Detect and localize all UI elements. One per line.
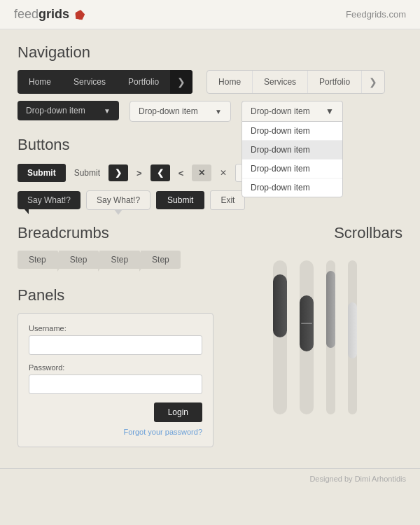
- scrollbar-4-thumb[interactable]: [348, 302, 357, 358]
- dropdown-menu-item-3[interactable]: Drop-down item: [242, 160, 342, 178]
- next-icon-plain[interactable]: >: [134, 164, 145, 183]
- buttons-title: Buttons: [18, 136, 402, 154]
- nav-light-services[interactable]: Services: [253, 71, 308, 93]
- footer-credit: Designed by Dimi Arhontidis: [309, 475, 406, 483]
- scrollbar-2-line: [301, 323, 312, 324]
- dropdown-light[interactable]: Drop-down item ▼: [130, 101, 231, 122]
- scrollbars-section: Scrollbars: [227, 224, 402, 421]
- x-icon-plain[interactable]: ✕: [217, 164, 230, 182]
- say-what-light-btn[interactable]: Say What!?: [86, 190, 150, 210]
- dropdown-dark-arrow: ▼: [104, 107, 111, 115]
- site-url: Feedgrids.com: [346, 9, 406, 20]
- breadcrumb-bar: Step Step Step Step: [18, 251, 214, 269]
- dropdown-menu-item-4[interactable]: Drop-down item: [242, 178, 342, 197]
- nav-dark-home[interactable]: Home: [18, 70, 62, 94]
- dropdown-menu-item-2[interactable]: Drop-down item: [242, 141, 342, 160]
- exit-btn[interactable]: Exit: [210, 190, 245, 210]
- button-row-2: Say What!? Say What!? Submit Exit: [18, 190, 402, 210]
- scrollbar-1: [273, 260, 287, 414]
- nav-dark-bar: Home Services Portfolio ❯: [18, 70, 192, 94]
- logo-icon: [74, 9, 85, 20]
- login-btn-row: Login: [29, 402, 202, 422]
- nav-light-next[interactable]: ❯: [362, 71, 384, 93]
- panels-section: Panels Username: Password: Login Forgot …: [18, 286, 214, 447]
- scrollbar-1-thumb[interactable]: [273, 274, 287, 337]
- login-panel: Username: Password: Login Forgot your pa…: [18, 313, 214, 447]
- scrollbar-4: [348, 260, 357, 414]
- say-what-bubble-btn[interactable]: Say What!?: [18, 191, 80, 209]
- dropdown-dark[interactable]: Drop-down item ▼: [18, 101, 119, 120]
- logo-grids: grids: [38, 7, 69, 21]
- panels-title: Panels: [18, 286, 214, 304]
- submit-dark-btn-2[interactable]: Submit: [156, 191, 204, 209]
- breadcrumb-step-1[interactable]: Step: [18, 251, 57, 269]
- navigation-title: Navigation: [18, 43, 402, 62]
- submit-button-plain[interactable]: Submit: [71, 164, 103, 182]
- logo-feed: feed: [14, 7, 38, 21]
- login-button[interactable]: Login: [154, 402, 202, 422]
- breadcrumbs-section: Breadcrumbs Step Step Step Step: [18, 224, 214, 269]
- scrollbars-container: [227, 253, 402, 421]
- right-column: Scrollbars: [227, 224, 402, 447]
- prev-icon-plain[interactable]: <: [176, 164, 187, 183]
- username-label: Username:: [29, 324, 202, 332]
- dropdown-light-arrow: ▼: [215, 108, 222, 115]
- forgot-password-link[interactable]: Forgot your password?: [29, 428, 202, 436]
- header: feedgrids Feedgrids.com: [0, 0, 420, 29]
- left-column: Breadcrumbs Step Step Step Step Panels U…: [18, 224, 214, 447]
- nav-dark-next[interactable]: ❯: [170, 70, 192, 94]
- password-input[interactable]: [29, 374, 202, 394]
- breadcrumbs-title: Breadcrumbs: [18, 224, 214, 242]
- dropdown-light-label: Drop-down item: [139, 106, 198, 116]
- password-label: Password:: [29, 363, 202, 372]
- dropdown-row: Drop-down item ▼ Drop-down item ▼ Drop-d…: [18, 101, 402, 122]
- submit-button-dark[interactable]: Submit: [18, 164, 66, 182]
- dropdown-open-wrap: Drop-down item ▼ Drop-down item Drop-dow…: [241, 101, 343, 121]
- logo: feedgrids: [14, 7, 85, 22]
- nav-light-home[interactable]: Home: [207, 71, 253, 93]
- scrollbar-3: [326, 260, 335, 414]
- two-col-layout: Breadcrumbs Step Step Step Step Panels U…: [18, 224, 402, 447]
- dropdown-open-label: Drop-down item: [251, 106, 310, 116]
- main-content: Navigation Home Services Portfolio ❯ Hom…: [0, 29, 420, 461]
- buttons-section: Buttons Submit Submit ❯ > ❮ < ✕ ✕ ✚ + Sa…: [18, 136, 402, 210]
- scrollbar-2-thumb[interactable]: [300, 295, 314, 351]
- nav-dark-portfolio[interactable]: Portfolio: [117, 70, 170, 94]
- breadcrumb-step-2[interactable]: Step: [59, 251, 99, 269]
- dropdown-open-arrow: ▼: [326, 106, 334, 116]
- nav-light-portfolio[interactable]: Portfolio: [308, 71, 362, 93]
- x-icon-dark[interactable]: ✕: [192, 164, 211, 181]
- say-what-bubble-wrap: Say What!?: [18, 191, 80, 209]
- username-input[interactable]: [29, 335, 202, 355]
- breadcrumb-step-3[interactable]: Step: [99, 251, 139, 269]
- navigation-section: Navigation Home Services Portfolio ❯ Hom…: [18, 43, 402, 122]
- nav-row: Home Services Portfolio ❯ Home Services …: [18, 70, 402, 94]
- dropdown-menu: Drop-down item Drop-down item Drop-down …: [241, 121, 343, 197]
- nav-light-bar: Home Services Portfolio ❯: [206, 70, 385, 94]
- next-icon-dark[interactable]: ❯: [108, 164, 128, 181]
- scrollbars-title: Scrollbars: [227, 224, 402, 242]
- scrollbar-3-thumb[interactable]: [326, 271, 335, 348]
- dropdown-open-btn[interactable]: Drop-down item ▼: [241, 101, 343, 121]
- scrollbar-2: [300, 260, 314, 414]
- footer: Designed by Dimi Arhontidis: [0, 468, 420, 489]
- nav-dark-services[interactable]: Services: [62, 70, 117, 94]
- dropdown-menu-item-1[interactable]: Drop-down item: [242, 122, 342, 141]
- breadcrumb-step-4[interactable]: Step: [141, 251, 181, 269]
- dropdown-dark-label: Drop-down item: [26, 106, 85, 115]
- prev-icon-dark[interactable]: ❮: [150, 164, 170, 181]
- button-row-1: Submit Submit ❯ > ❮ < ✕ ✕ ✚ +: [18, 162, 402, 183]
